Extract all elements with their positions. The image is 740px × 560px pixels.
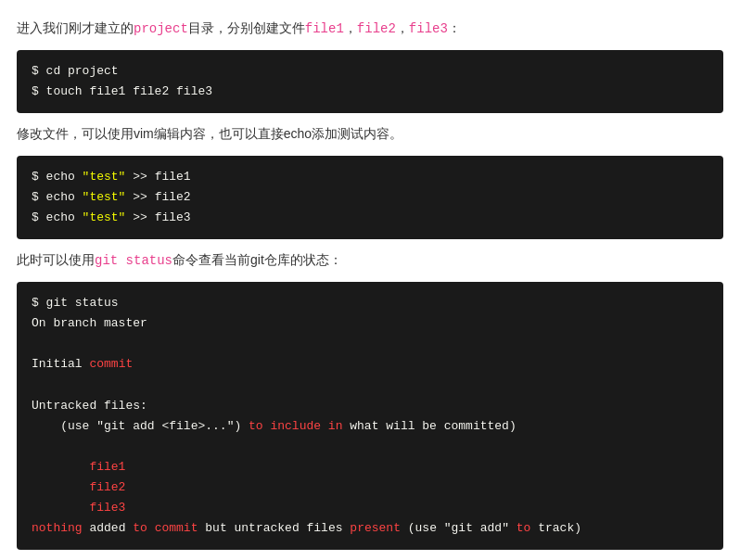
cb1-line1: $ cd project [32,64,119,78]
cb1-line2: $ touch file1 file2 file3 [32,84,212,98]
cb2-l1-rest: >> file1 [125,170,190,184]
intro-paragraph-1: 进入我们刚才建立的project目录，分别创建文件file1，file2，fil… [17,17,723,41]
code-block-1: $ cd project $ touch file1 file2 file3 [17,50,723,113]
gs-file2: file2 [32,477,708,498]
gs-file1: file1 [32,457,708,477]
gs-added-to: added [89,521,125,535]
cb2-l2-str: "test" [83,190,126,204]
intro1-comma2: ， [396,20,409,35]
cb2-l1-str: "test" [83,170,126,184]
intro1-code2: file1 [305,21,344,36]
gs-line-6: Untracked files: [32,396,708,416]
intro1-code3: file2 [357,21,396,36]
intro3-code1: git status [95,253,172,268]
gs-file3: file3 [32,498,708,518]
gs-line-4: Initial commit [32,354,708,375]
intro-paragraph-3: 此时可以使用git status命令查看当前git仓库的状态： [17,248,723,273]
gs-line-7: (use "git add <file>...") to include in … [32,416,708,437]
intro1-code1: project [134,21,188,36]
intro3-before: 此时可以使用 [17,252,95,267]
intro1-code4: file3 [409,21,448,36]
cb2-l3-dollar: $ echo [32,210,83,224]
intro1-comma1: ， [344,20,357,35]
gs-line-5 [32,375,708,395]
gs-line-1: $ git status [32,293,708,313]
intro1-end: ： [448,20,461,35]
gs-line-3 [32,334,708,354]
page-wrapper: 进入我们刚才建立的project目录，分别创建文件file1，file2，fil… [0,0,740,560]
cb2-l2-dollar: $ echo [32,190,83,204]
gs-use-git: (use "git add" [408,521,509,535]
gs-present: present [350,521,401,535]
gs-commit-word: commit [89,357,133,371]
gs-line-last: nothing added to commit but untracked fi… [32,518,708,539]
cb2-l2-rest: >> file2 [125,190,190,204]
gs-to-commit: to commit [133,521,198,535]
code-block-git-status: $ git status On branch master Initial co… [17,282,723,550]
gs-to-include: to include in [249,419,342,433]
gs-track: track) [538,521,581,535]
gs-line-8 [32,437,708,457]
cb2-l3-rest: >> file3 [125,210,190,224]
intro-paragraph-2: 修改文件，可以使用vim编辑内容，也可以直接echo添加测试内容。 [17,122,723,146]
gs-line-2: On branch master [32,313,708,334]
cb2-l1-dollar: $ echo [32,170,83,184]
gs-nothing: nothing [32,521,83,535]
intro1-middle: 目录，分别创建文件 [188,20,305,35]
code-block-2: $ echo "test" >> file1 $ echo "test" >> … [17,156,723,239]
intro1-before: 进入我们刚才建立的 [17,20,134,35]
cb2-l3-str: "test" [83,210,126,224]
intro3-middle: 命令查看当前git仓库的状态： [172,252,342,267]
gs-to-track: to [517,521,531,535]
gs-but-untracked: but untracked files [205,521,342,535]
